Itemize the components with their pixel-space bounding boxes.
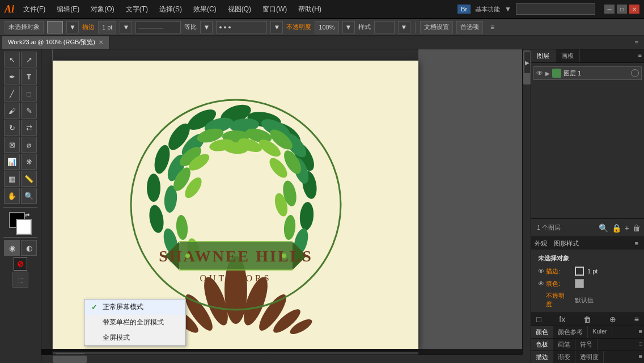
- tab-swatches[interactable]: 色板: [531, 339, 553, 351]
- none-color-btn[interactable]: ⊘: [14, 257, 27, 271]
- panel-menu-icon[interactable]: ≡: [636, 49, 644, 62]
- prefs-button[interactable]: 首选项: [456, 21, 483, 33]
- scale-tool[interactable]: ⊠: [4, 137, 20, 153]
- layer-expand-icon[interactable]: ▶: [545, 70, 550, 77]
- search-layer-icon[interactable]: 🔍: [599, 223, 608, 233]
- layer-visibility-icon[interactable]: 👁: [536, 69, 543, 77]
- restore-button[interactable]: □: [617, 5, 627, 14]
- layer-name[interactable]: 图层 1: [564, 69, 629, 78]
- vertical-scrollbar[interactable]: [522, 49, 531, 354]
- tab-graphic-style[interactable]: 图形样式: [554, 239, 579, 248]
- ctx-normal-screen[interactable]: ✓ 正常屏幕模式: [84, 299, 185, 315]
- tab-layers[interactable]: 图层: [531, 49, 556, 62]
- tab-artboard[interactable]: 画板: [556, 49, 580, 62]
- menu-object[interactable]: 对象(O): [88, 3, 116, 15]
- panel-collapse-icon[interactable]: ▶: [524, 51, 531, 74]
- rotate-tool[interactable]: ↻: [4, 120, 20, 136]
- type-tool[interactable]: T: [21, 69, 37, 85]
- ctx-fullscreen-menu[interactable]: 带菜单栏的全屏模式: [84, 315, 185, 330]
- delete-layer-icon[interactable]: 🗑: [633, 223, 641, 233]
- close-button[interactable]: ✕: [629, 5, 639, 14]
- selection-tool[interactable]: ↖: [4, 52, 20, 67]
- tab-color[interactable]: 颜色: [531, 326, 553, 338]
- horizontal-scroll-thumb[interactable]: [53, 356, 87, 363]
- style-dropdown[interactable]: ▼: [398, 21, 410, 33]
- lock-layer-icon[interactable]: 🔒: [612, 223, 621, 233]
- tab-symbols[interactable]: 符号: [575, 339, 598, 351]
- minimize-button[interactable]: ─: [604, 5, 615, 14]
- symbol-tool[interactable]: ❋: [21, 154, 37, 170]
- add-new-stroke-btn[interactable]: □: [535, 315, 543, 324]
- pencil-tool[interactable]: ✎: [21, 103, 37, 119]
- reflect-tool[interactable]: ⇄: [21, 120, 37, 136]
- direct-selection-tool[interactable]: ↗: [21, 52, 37, 67]
- add-layer-icon[interactable]: +: [625, 223, 629, 233]
- equal-dropdown[interactable]: ▼: [200, 21, 213, 33]
- toolbar-more-icon[interactable]: ≡: [486, 21, 499, 33]
- stroke-visibility-eye[interactable]: 👁: [538, 268, 543, 275]
- add-effect-btn[interactable]: fx: [557, 315, 567, 324]
- tab-close-icon[interactable]: ✕: [99, 39, 103, 45]
- search-input[interactable]: [516, 3, 595, 15]
- line-tool[interactable]: ╱: [4, 86, 20, 102]
- canvas-area[interactable]: SHAWNEE HILLS OUTDOORS ✓ 正常屏幕模式 带菜单栏的全屏模…: [41, 49, 531, 363]
- menu-select[interactable]: 选择(S): [157, 3, 184, 15]
- mode-selector[interactable]: 基本功能: [475, 5, 500, 14]
- stroke-color-swatch[interactable]: [47, 21, 63, 33]
- graph-tool[interactable]: 📊: [4, 154, 20, 170]
- layer-target-icon[interactable]: [631, 69, 639, 77]
- menu-view[interactable]: 视图(Q): [226, 3, 253, 15]
- tab-kuler[interactable]: Kuler: [588, 326, 612, 338]
- measure-tool[interactable]: 📏: [21, 171, 37, 187]
- ctx-fullscreen[interactable]: 全屏模式: [84, 330, 185, 345]
- rect-tool[interactable]: □: [21, 86, 37, 102]
- menu-window[interactable]: 窗口(W): [260, 3, 289, 15]
- fill-row: 👁 填色:: [535, 277, 641, 290]
- appearance-menu-icon[interactable]: ≡: [633, 239, 641, 248]
- zoom-tool[interactable]: 🔍: [21, 188, 37, 204]
- move-item-btn[interactable]: ≡: [633, 315, 641, 324]
- color-panel-menu-icon[interactable]: ≡: [637, 326, 644, 338]
- tab-arrange-icon[interactable]: ≡: [632, 39, 642, 46]
- tab-stroke[interactable]: 描边: [531, 351, 553, 363]
- shape-dropdown[interactable]: ▼: [270, 21, 283, 33]
- stroke-unit-dropdown[interactable]: ▼: [120, 21, 132, 33]
- menu-file[interactable]: 文件(F): [21, 3, 48, 15]
- bottom-panel-menu-icon[interactable]: ≡: [637, 351, 644, 363]
- duplicate-item-btn[interactable]: ⊕: [608, 315, 618, 324]
- pen-tool[interactable]: ✒: [4, 69, 20, 85]
- tab-gradient[interactable]: 渐变: [553, 351, 575, 363]
- clear-appearance-btn[interactable]: 🗑: [582, 315, 593, 324]
- opacity-value[interactable]: 100%: [315, 21, 338, 33]
- swatch-panel-menu-icon[interactable]: ≡: [637, 339, 644, 351]
- screen-mode-btn[interactable]: ⬚: [12, 272, 28, 288]
- menu-help[interactable]: 帮助(H): [296, 3, 324, 15]
- swap-colors-icon[interactable]: ⇄: [25, 212, 32, 219]
- tab-color-reference[interactable]: 颜色参考: [553, 326, 588, 338]
- menu-text[interactable]: 文字(T): [124, 3, 150, 15]
- stroke-type-selector[interactable]: ▼: [66, 21, 79, 33]
- doc-setup-button[interactable]: 文档设置: [420, 21, 453, 33]
- stroke-color-preview[interactable]: [575, 267, 584, 276]
- color-mode-btn[interactable]: ◉: [4, 240, 20, 256]
- fill-visibility-eye[interactable]: 👁: [538, 280, 543, 287]
- tab-brushes[interactable]: 画笔: [553, 339, 575, 351]
- gradient-mode-btn[interactable]: ◐: [21, 240, 37, 256]
- opacity-dropdown[interactable]: ▼: [342, 21, 355, 33]
- tool-row-6: ⊠ ⌀: [1, 137, 40, 153]
- stroke-value[interactable]: 1 pt: [98, 21, 116, 33]
- warp-tool[interactable]: ⌀: [21, 137, 37, 153]
- hand-tool[interactable]: ✋: [4, 188, 20, 204]
- column-graph-tool[interactable]: ▦: [4, 171, 20, 187]
- menu-effect[interactable]: 效果(C): [191, 3, 219, 15]
- tab-transparency[interactable]: 透明度: [575, 351, 604, 363]
- bridge-button[interactable]: Br: [457, 5, 471, 14]
- tool-separator-2: [3, 237, 37, 238]
- document-tab[interactable]: Work23.ai @ 100% (RGB/预览) ✕: [2, 36, 109, 49]
- fill-color-preview[interactable]: [575, 279, 584, 288]
- menu-edit[interactable]: 编辑(E): [54, 3, 82, 15]
- background-color[interactable]: [16, 219, 32, 235]
- paintbrush-tool[interactable]: 🖌: [4, 103, 20, 119]
- horizontal-scrollbar[interactable]: [41, 354, 522, 363]
- tab-appearance[interactable]: 外观: [535, 239, 547, 248]
